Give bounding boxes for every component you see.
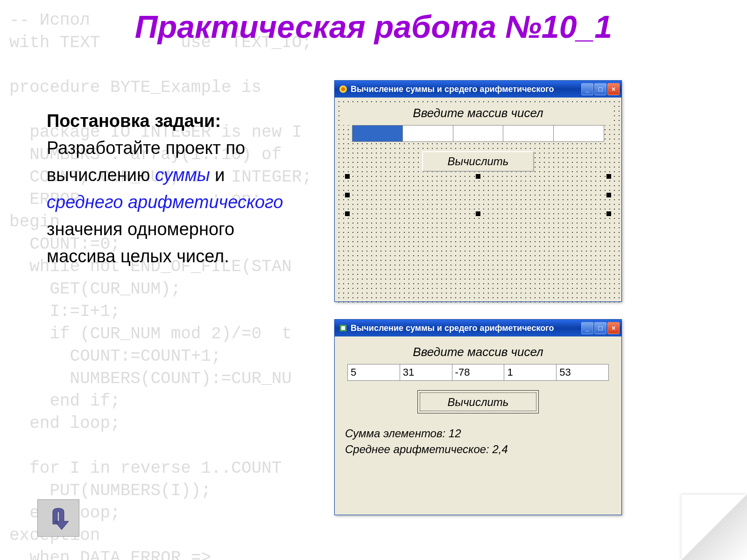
form-designer-client[interactable]: Введите массив чисел Вычислить — [335, 98, 621, 302]
task-heading: Постановка задачи: — [47, 111, 221, 131]
selection-handle[interactable] — [345, 211, 350, 216]
titlebar-runtime[interactable]: Вычисление суммы и средего арифметическо… — [335, 320, 621, 336]
minimize-button[interactable]: _ — [581, 322, 593, 334]
slide-title: Практическая работа №10_1 — [0, 8, 747, 45]
task-text: Постановка задачи: Разработайте проект п… — [47, 107, 299, 270]
back-button[interactable] — [37, 499, 79, 537]
svg-point-1 — [341, 87, 345, 91]
page-corner-fold — [682, 495, 747, 560]
app-icon — [338, 323, 348, 333]
close-button[interactable]: × — [607, 322, 620, 334]
selection-handle[interactable] — [476, 211, 480, 216]
task-body-2: значения одномерного массива целых чисел… — [47, 219, 234, 266]
grid-cell[interactable]: 1 — [504, 364, 557, 381]
svg-rect-3 — [341, 326, 345, 330]
maximize-button[interactable]: □ — [594, 322, 606, 334]
maximize-button[interactable]: □ — [594, 83, 606, 95]
selection-handle[interactable] — [345, 193, 350, 197]
grid-cell[interactable] — [453, 125, 504, 142]
selection-handle[interactable] — [476, 174, 480, 179]
input-prompt-label: Введите массив чисел — [343, 103, 613, 125]
task-em-sum: суммы — [155, 165, 210, 185]
window-runtime: Вычисление суммы и средего арифметическо… — [334, 319, 622, 515]
window-title: Вычисление суммы и средего арифметическо… — [351, 323, 581, 333]
calculate-button[interactable]: Вычислить — [422, 151, 534, 172]
app-icon — [338, 84, 348, 94]
string-grid[interactable] — [352, 125, 604, 142]
window-design: Вычисление суммы и средего арифметическо… — [334, 80, 622, 302]
grid-cell[interactable] — [503, 125, 554, 142]
minimize-button[interactable]: _ — [581, 83, 593, 95]
titlebar-design[interactable]: Вычисление суммы и средего арифметическо… — [335, 81, 621, 98]
form-client: Введите массив чисел 5 31 -78 1 53 Вычис… — [335, 336, 621, 465]
grid-cell[interactable]: 5 — [347, 364, 400, 381]
result-label: Сумма элементов: 12 Среднее арифметическ… — [343, 426, 613, 457]
task-em-avg: среднего арифметического — [47, 192, 283, 212]
grid-cell[interactable]: -78 — [452, 364, 505, 381]
grid-cell[interactable] — [554, 125, 604, 142]
result-avg: Среднее арифметическое: 2,4 — [345, 443, 508, 455]
string-grid[interactable]: 5 31 -78 1 53 — [347, 364, 609, 381]
selection-handle[interactable] — [345, 174, 350, 179]
grid-cell[interactable] — [352, 125, 403, 142]
grid-cell[interactable]: 53 — [557, 364, 609, 381]
grid-cell[interactable] — [403, 125, 453, 142]
selection-handle[interactable] — [606, 193, 611, 197]
u-turn-arrow-icon — [44, 505, 72, 531]
selection-handle[interactable] — [606, 211, 611, 216]
calculate-button[interactable]: Вычислить — [417, 390, 539, 413]
selection-handle[interactable] — [606, 174, 611, 179]
input-prompt-label: Введите массив чисел — [343, 342, 613, 364]
grid-cell[interactable]: 31 — [400, 364, 452, 381]
task-and: и — [215, 165, 225, 185]
close-button[interactable]: × — [607, 83, 620, 95]
result-sum: Сумма элементов: 12 — [345, 427, 461, 440]
window-title: Вычисление суммы и средего арифметическо… — [351, 84, 581, 94]
